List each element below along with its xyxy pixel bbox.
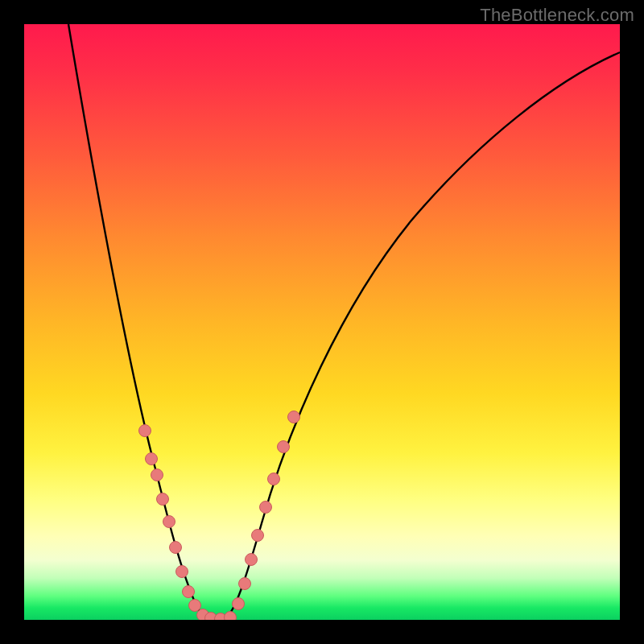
data-dot: [288, 411, 300, 423]
data-dot: [139, 425, 151, 437]
data-dot: [278, 441, 290, 453]
data-dot: [151, 469, 163, 481]
data-dot: [260, 502, 272, 514]
data-dot: [233, 598, 245, 610]
bottleneck-curve: [68, 24, 620, 619]
data-dot: [239, 578, 251, 590]
watermark-text: TheBottleneck.com: [480, 5, 634, 26]
data-dot: [225, 612, 237, 621]
outer-frame: TheBottleneck.com: [0, 0, 644, 644]
data-dot: [246, 554, 258, 566]
data-dot: [268, 473, 280, 485]
data-dot: [170, 542, 182, 554]
data-dot: [163, 516, 175, 528]
data-dot: [176, 566, 188, 578]
data-dot: [183, 586, 195, 598]
data-dot: [189, 600, 201, 612]
data-dot: [157, 493, 169, 506]
data-dot: [146, 453, 158, 465]
chart-svg: [24, 24, 620, 620]
plot-area: [24, 24, 620, 620]
data-dot: [252, 530, 264, 542]
data-dots: [139, 411, 300, 621]
